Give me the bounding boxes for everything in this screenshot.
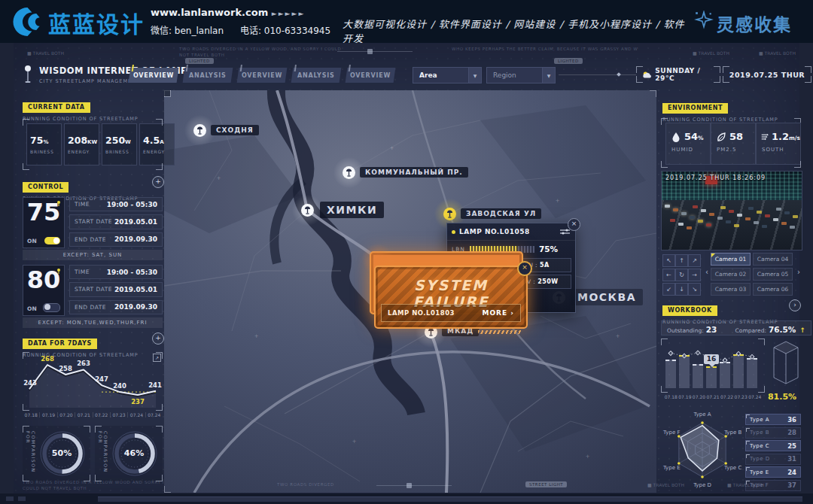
camera-button-3[interactable]: Camera 03 bbox=[711, 283, 751, 296]
camera-button-4[interactable]: Camera 04 bbox=[753, 253, 793, 266]
except-bar: EXCEPT: SAT, SUN bbox=[23, 250, 163, 260]
data-point-label: 240 bbox=[113, 382, 126, 390]
radar-axis-label: Type B bbox=[724, 430, 741, 436]
type-row-a[interactable]: Type A36 bbox=[745, 414, 801, 425]
tab-overview-0[interactable]: OVERVIEW bbox=[129, 68, 179, 83]
collect-link[interactable]: 灵感收集 bbox=[717, 11, 792, 36]
tab-overview-4[interactable]: OVERVIEW bbox=[346, 68, 396, 83]
schedule-row-end-date[interactable]: END DATE2019.09.30 bbox=[69, 232, 163, 247]
schedule-row-start-date[interactable]: START DATE2019.05.01 bbox=[69, 282, 163, 296]
pan-up-button[interactable]: ↑ bbox=[675, 254, 688, 267]
map-label[interactable]: МОСКВА bbox=[571, 289, 643, 305]
car-decoration bbox=[745, 217, 751, 220]
tab-analysis-1[interactable]: ANALYSIS bbox=[183, 68, 233, 83]
pan-left-button[interactable]: ← bbox=[662, 269, 675, 281]
more-button[interactable]: MORE › bbox=[482, 309, 514, 317]
camera-button-1[interactable]: Camera 01 bbox=[711, 253, 751, 266]
car-decoration bbox=[784, 211, 790, 214]
camera-refresh-button[interactable]: ↻ bbox=[675, 269, 688, 281]
type-row-e[interactable]: Type E24 bbox=[745, 466, 801, 478]
map-label[interactable]: КОММУНАЛЬНЫЙ ПР. bbox=[360, 167, 468, 178]
type-row-d[interactable]: Type D31 bbox=[745, 454, 801, 465]
website-link[interactable]: www.lanlanwork.com bbox=[151, 7, 268, 18]
lamp-glyph-icon bbox=[196, 126, 203, 135]
env-card-pm25: 58PM2.5 bbox=[711, 123, 756, 165]
next-button[interactable]: › bbox=[789, 299, 801, 311]
map-pin-major[interactable] bbox=[301, 204, 314, 217]
type-row-c[interactable]: Type C25 bbox=[745, 440, 801, 451]
camera-button-5[interactable]: Camera 05 bbox=[753, 268, 793, 281]
side-percent: 81.5% bbox=[763, 392, 801, 402]
top-decor-checkbox: ■ TRAVEL BOTH bbox=[693, 50, 729, 56]
area-select[interactable]: Area ▼ bbox=[413, 67, 482, 83]
car-decoration bbox=[687, 226, 692, 229]
expand-icon[interactable]: ↗ bbox=[153, 354, 161, 362]
chevron-right-icon[interactable]: › bbox=[796, 266, 802, 278]
map-pin-normal[interactable] bbox=[343, 166, 355, 179]
pan-up-left-button[interactable]: ↖ bbox=[662, 254, 675, 267]
map-label[interactable]: СХОДНЯ bbox=[211, 125, 259, 135]
schedule-row-start-date[interactable]: START DATE2019.05.01 bbox=[69, 214, 163, 229]
power-toggle[interactable] bbox=[44, 237, 60, 244]
pan-down-right-button[interactable]: ↘ bbox=[688, 283, 701, 296]
camera-button-6[interactable]: Camera 06 bbox=[753, 283, 793, 296]
bottom-decor-text: TWO ROADS DIVERGED bbox=[277, 482, 334, 487]
schedule-row-time[interactable]: TIME19:00 - 05:30 bbox=[69, 197, 163, 211]
add-button[interactable]: + bbox=[152, 332, 164, 345]
type-label: Type A bbox=[750, 417, 769, 423]
camera-button-2[interactable]: Camera 02 bbox=[711, 268, 751, 281]
x-axis-labels: 07.1807.1907.2007.2107.2207.2307.2407.24 bbox=[23, 412, 163, 417]
car-decoration bbox=[762, 225, 767, 228]
schedule-row-time[interactable]: TIME19:00 - 05:30 bbox=[69, 265, 163, 279]
data-point-label: 241 bbox=[148, 381, 162, 389]
type-row-b[interactable]: Type B28 bbox=[745, 427, 801, 439]
pan-right-button[interactable]: → bbox=[688, 269, 701, 281]
tab-analysis-3[interactable]: ANALYSIS bbox=[291, 68, 342, 83]
lamp-glyph-icon bbox=[346, 169, 352, 177]
pan-down-left-button[interactable]: ↙ bbox=[662, 283, 675, 296]
power-toggle[interactable] bbox=[43, 303, 60, 312]
car-decoration bbox=[717, 217, 723, 220]
stat-card-briness: 250WBRINESS bbox=[102, 123, 137, 165]
stat-card-briness: 75%BRINESS bbox=[26, 123, 62, 165]
map-pin-warning[interactable] bbox=[443, 208, 456, 220]
system-failure-alert: SYSTEM FAILURE LAMP NO.L01803 MORE › × bbox=[374, 266, 528, 329]
logo-text: 蓝蓝设计 bbox=[48, 6, 145, 39]
region-select[interactable]: Region ▼ bbox=[486, 67, 556, 83]
close-icon[interactable]: × bbox=[517, 261, 532, 276]
env-label: SOUTH bbox=[762, 147, 800, 153]
map-label[interactable]: ХИМКИ bbox=[320, 202, 384, 218]
bottom-decor-checkbox: ■ TRAVEL BOTH bbox=[727, 482, 764, 487]
lamp-glyph-icon bbox=[446, 210, 453, 218]
chevron-down-icon[interactable]: ▼ bbox=[542, 68, 555, 83]
schedule-row-end-date[interactable]: END DATE2019.09.30 bbox=[69, 300, 163, 314]
data-point-label: 237 bbox=[131, 398, 145, 405]
car-decoration bbox=[681, 212, 687, 215]
comparison-panel: COMPARISON FOR50% COMPARISON FOR46% bbox=[23, 426, 163, 481]
map-label[interactable]: ЗАВОДСКАЯ УЛ bbox=[461, 208, 541, 219]
x-tick-label: 07.23 bbox=[110, 412, 127, 417]
left-rail bbox=[0, 43, 14, 493]
type-value: 24 bbox=[787, 469, 796, 476]
tab-label: OVERVIEW bbox=[242, 72, 282, 79]
map-pin-normal[interactable] bbox=[193, 124, 206, 137]
car-decoration bbox=[773, 218, 778, 221]
add-schedule-button[interactable]: + bbox=[152, 176, 164, 188]
x-axis-labels: 07.1807.1907.2007.2107.2207.2307.24 bbox=[664, 394, 762, 399]
car-decoration bbox=[734, 224, 739, 227]
close-icon[interactable]: × bbox=[568, 218, 580, 231]
chevron-left-icon[interactable]: ‹ bbox=[704, 266, 710, 278]
tab-overview-2[interactable]: OVERVIEW bbox=[237, 68, 288, 83]
city-map[interactable]: +++ +++ ++ СХОДНЯКОММУНАЛЬНЫЙ ПР.ХИМКИЗА… bbox=[164, 90, 656, 493]
panel-tag: ENVIRONMENT bbox=[662, 103, 728, 114]
streetlamp-icon bbox=[23, 65, 33, 84]
pan-up-right-button[interactable]: ↗ bbox=[688, 254, 701, 267]
row-value: 2019.05.01 bbox=[114, 286, 157, 293]
lanlan-logo-icon bbox=[12, 5, 45, 38]
gauge-label: COMPARISON FOR bbox=[26, 431, 36, 481]
top-decor-text: NOT TRAVEL BOTH bbox=[179, 53, 224, 57]
chevron-down-icon[interactable]: ▼ bbox=[468, 68, 481, 83]
lamp-glyph-icon bbox=[428, 328, 434, 336]
pan-down-button[interactable]: ↓ bbox=[675, 283, 688, 296]
camera-list: Camera 01Camera 04Camera 02Camera 05Came… bbox=[711, 253, 793, 296]
